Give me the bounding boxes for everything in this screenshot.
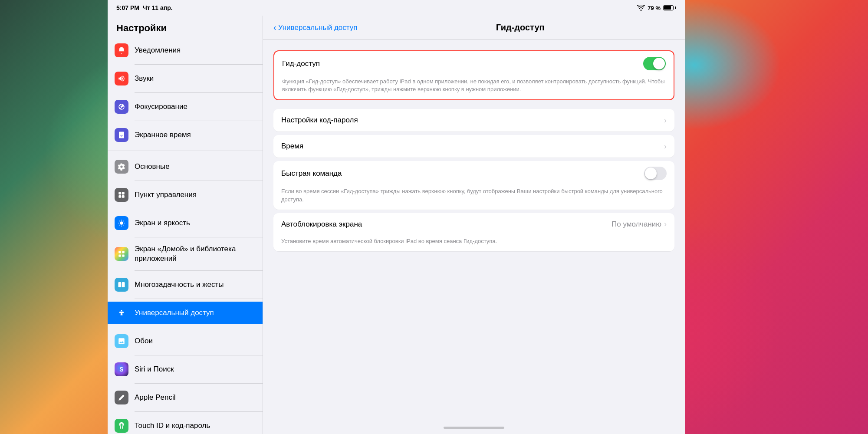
- svg-rect-1: [122, 192, 125, 194]
- passcode-row[interactable]: Настройки код-пароля ›: [273, 109, 674, 132]
- time-row[interactable]: Время ›: [273, 135, 674, 158]
- status-right: 79 %: [637, 5, 676, 11]
- display-icon: [115, 216, 128, 230]
- svg-point-4: [120, 221, 123, 225]
- divider6: [135, 237, 263, 237]
- sidebar-header: Настройки: [108, 16, 263, 39]
- svg-rect-7: [118, 255, 121, 257]
- time-card: Время ›: [273, 135, 674, 158]
- notifications-icon: [115, 43, 128, 57]
- sidebar-title: Настройки: [116, 23, 167, 33]
- sidebar: Настройки Уведомления Звуки: [108, 16, 263, 434]
- sidebar-item-focus[interactable]: Фокусирование: [108, 95, 263, 118]
- home-bar: [444, 427, 504, 429]
- status-time: 5:07 PM: [116, 4, 139, 11]
- guided-access-row: Гид-доступ: [274, 51, 674, 76]
- touchid-icon: [115, 419, 128, 433]
- sidebar-item-display[interactable]: Экран и яркость: [108, 212, 263, 234]
- shortcut-label: Быстрая команда: [281, 169, 644, 178]
- back-chevron-icon: ‹: [273, 23, 276, 32]
- sidebar-list: Уведомления Звуки Фокусирование: [108, 39, 263, 434]
- sidebar-item-screentime[interactable]: Экранное время: [108, 124, 263, 146]
- divider5: [135, 209, 263, 209]
- shortcut-description: Если во время сессии «Гид-доступа» трижд…: [273, 186, 674, 209]
- divider12: [135, 411, 263, 412]
- svg-rect-8: [122, 255, 125, 257]
- panel-title: Гид-доступ: [366, 23, 674, 33]
- sidebar-item-touchid[interactable]: Touch ID и код-пароль: [108, 414, 263, 434]
- controlcenter-label: Пункт управления: [135, 190, 197, 200]
- autolock-card: Автоблокировка экрана По умолчанию › Уст…: [273, 213, 674, 251]
- home-indicator: [263, 421, 685, 434]
- multitasking-icon: [115, 278, 128, 292]
- guided-access-toggle[interactable]: [643, 57, 666, 70]
- accessibility-label: Универсальный доступ: [135, 308, 214, 318]
- svg-rect-0: [118, 192, 121, 194]
- time-label: Время: [281, 142, 664, 151]
- right-panel: ‹ Универсальный доступ Гид-доступ Гид-до…: [263, 16, 685, 434]
- general-icon: [115, 160, 128, 174]
- autolock-description: Установите время автоматической блокиров…: [273, 236, 674, 251]
- back-button[interactable]: ‹ Универсальный доступ: [273, 23, 357, 32]
- sidebar-item-wallpaper[interactable]: Обои: [108, 330, 263, 352]
- sidebar-item-sounds[interactable]: Звуки: [108, 67, 263, 90]
- sidebar-item-homescreen[interactable]: Экран «Домой» и библиотека приложений: [108, 240, 263, 268]
- sounds-icon: [115, 72, 128, 85]
- controlcenter-icon: [115, 188, 128, 202]
- sidebar-item-notifications[interactable]: Уведомления: [108, 39, 263, 62]
- siri-label: Siri и Поиск: [135, 365, 174, 374]
- toggle-thumb: [653, 58, 665, 69]
- sidebar-item-multitasking[interactable]: Многозадачность и жесты: [108, 273, 263, 296]
- battery-pct: 79 %: [648, 5, 661, 11]
- autolock-label: Автоблокировка экрана: [281, 220, 612, 229]
- screentime-icon: [115, 128, 128, 142]
- focus-label: Фокусирование: [135, 102, 187, 112]
- sidebar-item-accessibility[interactable]: Универсальный доступ: [108, 302, 263, 324]
- applepencil-label: Apple Pencil: [135, 393, 176, 402]
- sidebar-item-controlcenter[interactable]: Пункт управления: [108, 184, 263, 206]
- guided-access-description: Функция «Гид-доступ» обеспечивает работу…: [274, 76, 674, 99]
- divider-group: [108, 151, 263, 151]
- divider9: [135, 327, 263, 327]
- sounds-label: Звуки: [135, 74, 154, 83]
- screentime-label: Экранное время: [135, 130, 191, 140]
- status-date: Чт 11 апр.: [143, 4, 173, 11]
- shortcut-toggle-thumb: [645, 168, 657, 179]
- sidebar-item-siri[interactable]: S Siri и Поиск: [108, 358, 263, 381]
- autolock-chevron: ›: [664, 220, 667, 229]
- divider3: [135, 121, 263, 121]
- divider10: [135, 355, 263, 355]
- homescreen-icon: [115, 247, 128, 261]
- battery-icon: [663, 5, 676, 10]
- homescreen-label: Экран «Домой» и библиотека приложений: [135, 244, 256, 263]
- status-bar: 5:07 PM Чт 11 апр. 79 %: [108, 0, 685, 16]
- divider4: [135, 181, 263, 181]
- svg-rect-9: [118, 282, 122, 287]
- svg-rect-3: [122, 195, 125, 198]
- main-content: Настройки Уведомления Звуки: [108, 16, 685, 434]
- notifications-label: Уведомления: [135, 46, 181, 55]
- divider7: [135, 270, 263, 271]
- sidebar-item-applepencil[interactable]: Apple Pencil: [108, 386, 263, 409]
- passcode-chevron: ›: [664, 116, 667, 125]
- divider11: [135, 383, 263, 384]
- svg-rect-2: [118, 195, 121, 198]
- divider8: [135, 299, 263, 299]
- general-label: Основные: [135, 162, 170, 171]
- guided-access-label: Гид-доступ: [282, 59, 643, 68]
- back-label: Универсальный доступ: [278, 23, 358, 32]
- wallpaper-label: Обои: [135, 336, 153, 346]
- accessibility-icon: [115, 306, 128, 320]
- wifi-icon: [637, 5, 645, 11]
- focus-icon: [115, 100, 128, 114]
- time-chevron: ›: [664, 142, 667, 151]
- passcode-label: Настройки код-пароля: [281, 116, 664, 125]
- wallpaper-icon: [115, 334, 128, 348]
- divider: [135, 64, 263, 65]
- panel-header: ‹ Универсальный доступ Гид-доступ: [263, 16, 685, 40]
- autolock-row[interactable]: Автоблокировка экрана По умолчанию ›: [273, 213, 674, 236]
- sidebar-item-general[interactable]: Основные: [108, 155, 263, 178]
- display-label: Экран и яркость: [135, 218, 190, 228]
- ipad-frame: 5:07 PM Чт 11 апр. 79 % Наст: [108, 0, 685, 434]
- shortcut-toggle[interactable]: [644, 167, 667, 180]
